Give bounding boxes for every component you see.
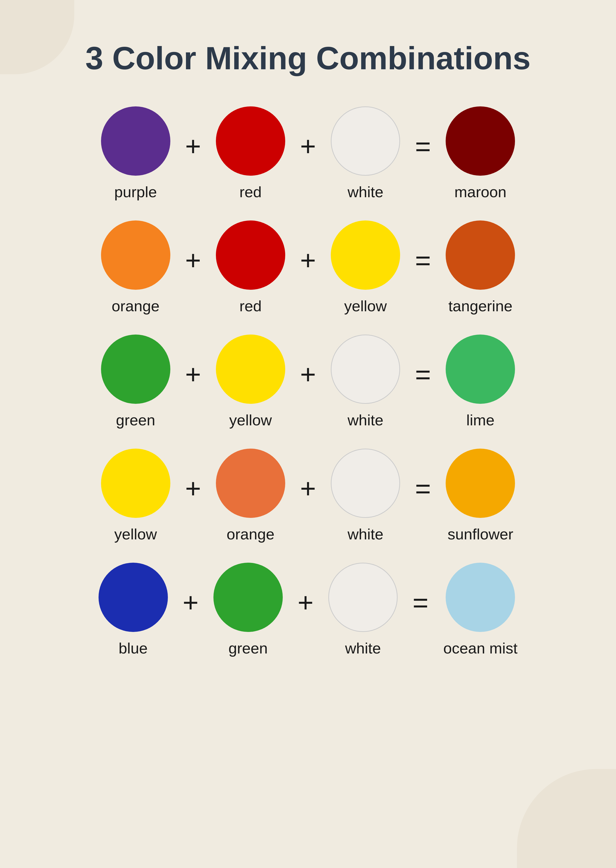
color-label-0-1: red [239, 183, 262, 201]
color-label-1-0: orange [112, 297, 159, 315]
color-circle-red [216, 107, 285, 175]
plus-operator-1-0: + [185, 247, 201, 274]
bg-blob-bottom-right [517, 769, 616, 868]
color-item-1-3: tangerine [446, 221, 515, 315]
equals-operator-2: = [415, 361, 431, 388]
main-container: 3 Color Mixing Combinations purple+red+w… [0, 0, 616, 707]
plus-operator-4-0: + [183, 589, 198, 616]
plus-operator-2-1: + [300, 361, 316, 388]
page-title: 3 Color Mixing Combinations [85, 39, 531, 77]
color-item-2-3: lime [446, 335, 515, 429]
plus-operator-0-0: + [185, 133, 201, 160]
color-circle-green [214, 562, 283, 632]
color-label-2-1: yellow [229, 411, 272, 429]
color-item-0-3: maroon [446, 107, 515, 201]
color-label-3-1: orange [226, 525, 274, 543]
color-item-4-2: white [328, 562, 398, 657]
combination-row-4: yellow+orange+white=sunflower [50, 449, 566, 543]
color-item-1-2: yellow [331, 221, 400, 315]
color-item-3-0: yellow [101, 449, 170, 543]
color-circle-white [331, 107, 400, 175]
color-label-4-0: blue [119, 639, 148, 657]
color-item-0-0: purple [101, 107, 170, 201]
color-label-3-2: white [347, 525, 383, 543]
color-item-1-0: orange [101, 221, 170, 315]
plus-operator-2-0: + [185, 361, 201, 388]
combination-row-3: green+yellow+white=lime [50, 335, 566, 429]
color-circle-lime [446, 335, 515, 404]
color-item-4-0: blue [99, 562, 168, 657]
color-item-0-1: red [216, 107, 285, 201]
color-item-3-3: sunflower [446, 449, 515, 543]
color-label-3-3: sunflower [448, 525, 513, 543]
color-item-0-2: white [331, 107, 400, 201]
combination-row-5: blue+green+white=ocean mist [50, 562, 566, 657]
color-item-2-1: yellow [216, 335, 285, 429]
color-circle-yellow [331, 221, 400, 290]
color-circle-white [331, 335, 400, 404]
color-circle-purple [101, 107, 170, 175]
color-circle-tangerine [446, 221, 515, 290]
color-circle-ocean-mist [446, 562, 515, 632]
color-label-1-2: yellow [344, 297, 387, 315]
color-circle-white [331, 449, 400, 518]
combinations-list: purple+red+white=maroonorange+red+yellow… [50, 107, 566, 657]
color-circle-orange [216, 449, 285, 518]
color-label-1-1: red [239, 297, 262, 315]
color-label-2-0: green [116, 411, 155, 429]
color-label-2-2: white [347, 411, 383, 429]
combination-row-1: purple+red+white=maroon [50, 107, 566, 201]
color-label-4-2: white [345, 639, 381, 657]
color-circle-yellow [216, 335, 285, 404]
plus-operator-1-1: + [300, 247, 316, 274]
color-circle-green [101, 335, 170, 404]
color-label-0-0: purple [114, 183, 157, 201]
color-label-0-3: maroon [454, 183, 506, 201]
color-circle-red [216, 221, 285, 290]
color-item-1-1: red [216, 221, 285, 315]
equals-operator-4: = [412, 589, 428, 616]
combination-row-2: orange+red+yellow=tangerine [50, 221, 566, 315]
equals-operator-3: = [415, 475, 431, 502]
color-label-3-0: yellow [114, 525, 157, 543]
plus-operator-3-1: + [300, 475, 316, 502]
color-label-4-1: green [228, 639, 268, 657]
color-item-4-1: green [214, 562, 283, 657]
color-item-2-0: green [101, 335, 170, 429]
plus-operator-4-1: + [298, 589, 313, 616]
color-circle-blue [99, 562, 168, 632]
equals-operator-0: = [415, 133, 431, 160]
color-circle-yellow [101, 449, 170, 518]
color-label-1-3: tangerine [448, 297, 512, 315]
color-label-2-3: lime [467, 411, 495, 429]
color-circle-maroon [446, 107, 515, 175]
color-circle-white [328, 562, 398, 632]
plus-operator-0-1: + [300, 133, 316, 160]
color-circle-sunflower [446, 449, 515, 518]
color-item-4-3: ocean mist [443, 562, 517, 657]
plus-operator-3-0: + [185, 475, 201, 502]
color-label-4-3: ocean mist [443, 639, 517, 657]
color-label-0-2: white [347, 183, 383, 201]
color-item-3-2: white [331, 449, 400, 543]
color-item-3-1: orange [216, 449, 285, 543]
equals-operator-1: = [415, 247, 431, 274]
color-item-2-2: white [331, 335, 400, 429]
color-circle-orange [101, 221, 170, 290]
